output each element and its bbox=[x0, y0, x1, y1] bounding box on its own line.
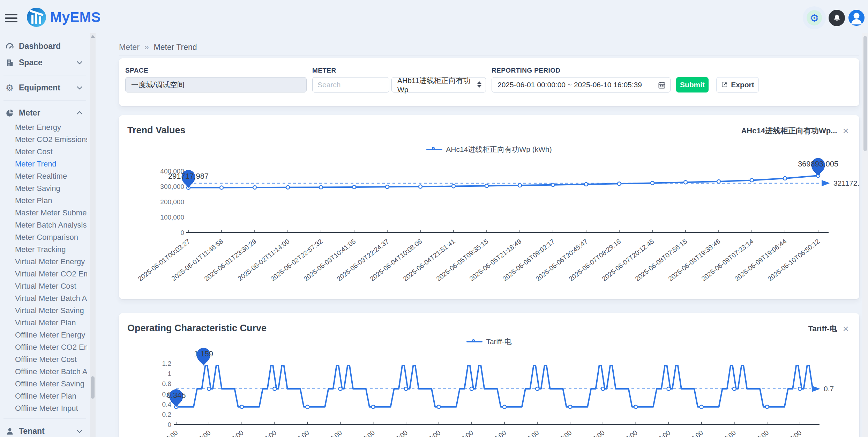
meter-search-input[interactable] bbox=[312, 77, 389, 92]
sidebar-item-equipment[interactable]: ⚙Equipment bbox=[0, 80, 90, 96]
myems-app: MyEMS ⚙ DashboardSpace⚙EquipmentMeterMet… bbox=[0, 0, 868, 437]
sidebar-subitem-meter-cost[interactable]: Meter Cost bbox=[0, 146, 87, 158]
settings-gear-icon[interactable]: ⚙ bbox=[807, 10, 822, 25]
sidebar-subitem-meter-energy[interactable]: Meter Energy bbox=[0, 121, 87, 133]
space-input[interactable] bbox=[125, 77, 307, 92]
user-avatar[interactable] bbox=[848, 10, 865, 26]
sidebar-subitem-meter-batch-analysis[interactable]: Meter Batch Analysis bbox=[0, 219, 87, 231]
hamburger-menu-icon[interactable] bbox=[5, 14, 18, 23]
meter-select[interactable]: AHb11进线柜正向有功Wp bbox=[391, 77, 486, 92]
chevron-down-icon bbox=[76, 429, 83, 433]
breadcrumb-meter[interactable]: Meter bbox=[119, 43, 140, 52]
person-icon bbox=[5, 427, 14, 436]
svg-text:0.8: 0.8 bbox=[162, 380, 171, 387]
settings-ring: ⚙ bbox=[803, 6, 826, 29]
svg-text:369893.005: 369893.005 bbox=[798, 160, 838, 168]
svg-text:0.345: 0.345 bbox=[166, 391, 186, 400]
chevron-down-icon bbox=[76, 61, 83, 65]
occ-card: Operating Characteristic Curve Tariff-电 … bbox=[119, 313, 859, 437]
sidebar-subitem-virtual-meter-plan[interactable]: Virtual Meter Plan bbox=[0, 317, 87, 329]
sidebar-subitem-virtual-meter-energy[interactable]: Virtual Meter Energy bbox=[0, 255, 87, 268]
sidebar-subitem-meter-trend[interactable]: Meter Trend bbox=[0, 158, 87, 170]
sidebar-subitem-meter-realtime[interactable]: Meter Realtime bbox=[0, 170, 87, 182]
sidebar-subitem-offline-meter-saving[interactable]: Offline Meter Saving bbox=[0, 378, 87, 390]
notifications-bell-icon[interactable] bbox=[829, 10, 845, 26]
reporting-period-input[interactable]: 2025-06-01 00:00:00 ~ 2025-06-10 16:05:3… bbox=[492, 77, 671, 92]
svg-text:0.7: 0.7 bbox=[824, 385, 834, 393]
svg-text:0: 0 bbox=[180, 229, 184, 236]
svg-text:2025-06-01T00:00:00: 2025-06-01T00:00:00 bbox=[125, 429, 179, 437]
logo-icon bbox=[27, 8, 46, 27]
sidebar-item-label: Equipment bbox=[19, 83, 60, 92]
svg-text:300,000: 300,000 bbox=[160, 183, 184, 190]
svg-text:1: 1 bbox=[167, 370, 171, 377]
sidebar-subitem-offline-meter-plan[interactable]: Offline Meter Plan bbox=[0, 390, 87, 402]
svg-text:1.159: 1.159 bbox=[194, 349, 213, 358]
sidebar-subitem-offline-meter-input[interactable]: Offline Meter Input bbox=[0, 402, 87, 414]
sidebar-item-dashboard[interactable]: Dashboard bbox=[0, 38, 90, 54]
sidebar-item-meter[interactable]: Meter bbox=[0, 105, 90, 121]
breadcrumb: Meter » Meter Trend bbox=[119, 43, 859, 56]
export-button[interactable]: Export bbox=[716, 77, 759, 92]
brand-name: MyEMS bbox=[50, 9, 101, 25]
gear-icon: ⚙ bbox=[5, 83, 14, 92]
bell-icon bbox=[833, 14, 841, 22]
svg-text:0.2: 0.2 bbox=[162, 411, 171, 418]
chevron-up-icon bbox=[76, 111, 83, 115]
pie-icon bbox=[5, 109, 14, 117]
calendar-icon bbox=[658, 81, 666, 89]
brand-logo[interactable]: MyEMS bbox=[27, 8, 101, 27]
sidebar-subitem-virtual-meter-co2-emissions[interactable]: Virtual Meter CO2 Emissions bbox=[0, 268, 87, 280]
sidebar-subitem-virtual-meter-batch-analysis[interactable]: Virtual Meter Batch Analysis bbox=[0, 292, 87, 304]
sidebar-subitem-offline-meter-energy[interactable]: Offline Meter Energy bbox=[0, 329, 87, 341]
page-scrollbar[interactable] bbox=[862, 33, 868, 437]
svg-text:0.4: 0.4 bbox=[162, 401, 172, 408]
svg-text:200,000: 200,000 bbox=[160, 198, 184, 206]
sidebar-subitem-virtual-meter-saving[interactable]: Virtual Meter Saving bbox=[0, 304, 87, 317]
svg-text:291717.987: 291717.987 bbox=[168, 172, 209, 180]
export-icon bbox=[721, 81, 728, 88]
building-icon bbox=[5, 59, 14, 67]
svg-text:0: 0 bbox=[167, 421, 171, 428]
reporting-period-label: REPORTING PERIOD bbox=[492, 67, 560, 74]
reporting-period-value: 2025-06-01 00:00:00 ~ 2025-06-10 16:05:3… bbox=[497, 81, 642, 89]
sidebar-subitem-offline-meter-co2-emissions[interactable]: Offline Meter CO2 Emissions bbox=[0, 341, 87, 353]
svg-text:100,000: 100,000 bbox=[160, 214, 184, 221]
sidebar-divider bbox=[3, 419, 86, 419]
sidebar-scrollbar[interactable] bbox=[90, 33, 96, 437]
sidebar-item-space[interactable]: Space bbox=[0, 54, 90, 71]
trend-chart: 0100,000200,000300,000400,0002025-06-01T… bbox=[119, 115, 859, 299]
sidebar-nav: DashboardSpace⚙EquipmentMeterMeter Energ… bbox=[0, 33, 96, 437]
svg-text:1.2: 1.2 bbox=[162, 360, 171, 367]
sidebar-subitem-meter-saving[interactable]: Meter Saving bbox=[0, 182, 87, 194]
submit-button[interactable]: Submit bbox=[676, 77, 709, 92]
sidebar-subitem-meter-tracking[interactable]: Meter Tracking bbox=[0, 243, 87, 255]
gauge-icon bbox=[5, 42, 14, 51]
select-arrows-icon bbox=[477, 81, 481, 88]
sidebar-subitem-offline-meter-batch-analysis[interactable]: Offline Meter Batch Analysis bbox=[0, 365, 87, 378]
breadcrumb-separator: » bbox=[144, 43, 149, 52]
scroll-up-arrow-icon[interactable] bbox=[91, 35, 95, 38]
breadcrumb-meter-trend: Meter Trend bbox=[154, 43, 197, 52]
sidebar-item-label: Dashboard bbox=[19, 42, 61, 51]
sidebar-subitem-master-meter-submeters-balance[interactable]: Master Meter Submeters Balance bbox=[0, 207, 87, 219]
page-scrollbar-thumb[interactable] bbox=[863, 36, 867, 151]
occ-chart: 00.20.40.60.811.22025-06-01T00:00:002025… bbox=[119, 313, 859, 437]
trend-values-card: Trend Values AHc14进线柜正向有功Wp... × AHc14进线… bbox=[119, 115, 859, 299]
sidebar-item-tenant[interactable]: Tenant bbox=[0, 423, 90, 437]
sidebar-subitem-virtual-meter-cost[interactable]: Virtual Meter Cost bbox=[0, 280, 87, 292]
person-icon bbox=[848, 10, 865, 26]
sidebar-scrollbar-thumb[interactable] bbox=[91, 376, 95, 399]
chevron-down-icon bbox=[76, 86, 83, 90]
meter-label: METER bbox=[312, 67, 336, 74]
filter-panel: SPACE METER AHb11进线柜正向有功Wp REPORTING PER… bbox=[119, 58, 859, 106]
sidebar-subitem-meter-plan[interactable]: Meter Plan bbox=[0, 194, 87, 207]
sidebar-subitem-offline-meter-cost[interactable]: Offline Meter Cost bbox=[0, 353, 87, 365]
sidebar-divider bbox=[3, 100, 86, 101]
sidebar-subitem-meter-comparison[interactable]: Meter Comparison bbox=[0, 231, 87, 243]
export-label: Export bbox=[731, 81, 754, 89]
space-label: SPACE bbox=[125, 67, 148, 74]
sidebar-subitem-meter-co2-emissions[interactable]: Meter CO2 Emissions bbox=[0, 133, 87, 146]
sidebar-divider bbox=[3, 75, 86, 75]
header-actions: ⚙ bbox=[803, 6, 865, 29]
